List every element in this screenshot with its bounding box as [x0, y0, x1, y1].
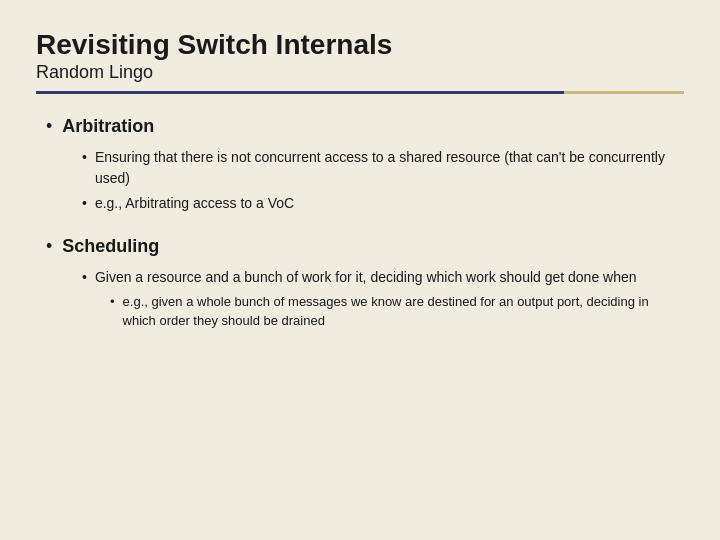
arb-sub-dot-2: • — [82, 193, 87, 214]
arbitration-label: Arbitration — [62, 114, 154, 139]
sub-title: Random Lingo — [36, 62, 684, 83]
bullet-dot-1: • — [46, 114, 52, 139]
sched-subsub-1: • e.g., given a whole bunch of messages … — [110, 292, 684, 331]
sched-sub-text-1: Given a resource and a bunch of work for… — [95, 267, 637, 288]
divider-gold — [564, 91, 684, 94]
content-area: • Arbitration • Ensuring that there is n… — [36, 114, 684, 331]
arb-sub-1: • Ensuring that there is not concurrent … — [82, 147, 684, 189]
bullet-main-arbitration: • Arbitration — [46, 114, 684, 139]
bullet-main-scheduling: • Scheduling — [46, 234, 684, 259]
section-scheduling: • Scheduling • Given a resource and a bu… — [46, 234, 684, 331]
main-title: Revisiting Switch Internals — [36, 28, 684, 62]
section-arbitration: • Arbitration • Ensuring that there is n… — [46, 114, 684, 214]
slide: Revisiting Switch Internals Random Lingo… — [0, 0, 720, 540]
arb-sub-text-2: e.g., Arbitrating access to a VoC — [95, 193, 294, 214]
sched-sub-1: • Given a resource and a bunch of work f… — [82, 267, 684, 288]
sched-subsub-text-1: e.g., given a whole bunch of messages we… — [123, 292, 684, 331]
arb-sub-dot-1: • — [82, 147, 87, 168]
bullet-dot-2: • — [46, 234, 52, 259]
divider-dark — [36, 91, 564, 94]
sched-subsub-dot-1: • — [110, 292, 115, 312]
arbitration-sub-bullets: • Ensuring that there is not concurrent … — [46, 147, 684, 214]
scheduling-label: Scheduling — [62, 234, 159, 259]
arb-sub-text-1: Ensuring that there is not concurrent ac… — [95, 147, 684, 189]
title-area: Revisiting Switch Internals Random Lingo — [36, 28, 684, 83]
scheduling-sub-bullets: • Given a resource and a bunch of work f… — [46, 267, 684, 331]
sched-sub-dot-1: • — [82, 267, 87, 288]
scheduling-subsub-bullets: • e.g., given a whole bunch of messages … — [82, 292, 684, 331]
divider — [36, 91, 684, 94]
arb-sub-2: • e.g., Arbitrating access to a VoC — [82, 193, 684, 214]
